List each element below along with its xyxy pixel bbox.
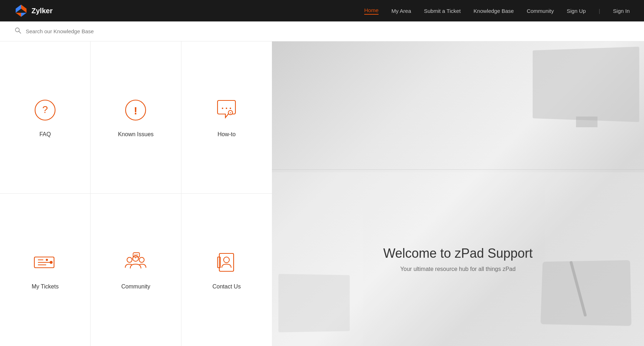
svg-point-27: [136, 254, 137, 255]
hero-title: Welcome to zPad Support: [383, 246, 533, 261]
known-issues-icon: !: [123, 98, 148, 124]
search-icon: [14, 27, 21, 36]
svg-point-31: [224, 257, 229, 263]
svg-point-16: [46, 259, 48, 261]
svg-point-22: [127, 257, 132, 262]
svg-marker-1: [16, 5, 21, 13]
nav-my-area[interactable]: My Area: [391, 8, 411, 14]
svg-point-20: [50, 261, 53, 264]
faq-cell[interactable]: ? FAQ: [0, 41, 91, 194]
svg-point-10: [222, 108, 223, 109]
logo-text: Zylker: [31, 7, 53, 15]
community-icon: [123, 250, 148, 276]
known-issues-cell[interactable]: ! Known Issues: [91, 41, 181, 194]
svg-marker-3: [21, 13, 26, 17]
left-panel: ? FAQ ! Known Issues: [0, 41, 272, 346]
nav-knowledge-base[interactable]: Knowledge Base: [474, 8, 514, 14]
nav-sign-up[interactable]: Sign Up: [567, 8, 586, 14]
contact-icon: [214, 250, 239, 276]
svg-point-12: [230, 108, 231, 109]
svg-point-26: [135, 254, 135, 255]
nav-sign-in[interactable]: Sign In: [613, 8, 630, 14]
faq-label: FAQ: [39, 131, 51, 138]
faq-icon: ?: [33, 98, 58, 124]
svg-marker-0: [21, 5, 26, 13]
svg-text:!: !: [134, 105, 137, 117]
nav-divider: |: [599, 8, 600, 14]
svg-text:?: ?: [230, 112, 231, 115]
hero-subtitle: Your ultimate resource hub for all thing…: [400, 266, 516, 272]
known-issues-label: Known Issues: [118, 131, 154, 138]
my-tickets-cell[interactable]: My Tickets: [0, 194, 91, 346]
nav-community[interactable]: Community: [527, 8, 554, 14]
svg-text:?: ?: [42, 104, 48, 115]
hero-text-block: Welcome to zPad Support Your ultimate re…: [272, 172, 644, 346]
nav-submit-ticket[interactable]: Submit a Ticket: [424, 8, 461, 14]
svg-point-23: [139, 257, 144, 262]
howto-cell[interactable]: ? How-to: [181, 41, 272, 194]
my-tickets-label: My Tickets: [31, 283, 59, 290]
svg-marker-2: [16, 13, 21, 17]
logo-icon: [14, 4, 28, 18]
svg-line-5: [19, 31, 21, 34]
hero-divider: [272, 169, 644, 170]
monitor-shape: [533, 46, 639, 122]
community-label: Community: [121, 283, 150, 290]
svg-point-11: [226, 108, 227, 109]
howto-label: How-to: [218, 131, 236, 138]
svg-point-28: [137, 254, 138, 255]
contact-us-cell[interactable]: Contact Us: [181, 194, 272, 346]
hero-panel: Welcome to zPad Support Your ultimate re…: [272, 41, 644, 346]
navbar: Zylker Home My Area Submit a Ticket Know…: [0, 0, 644, 21]
nav-links: Home My Area Submit a Ticket Knowledge B…: [364, 7, 630, 15]
nav-home[interactable]: Home: [364, 7, 379, 15]
logo[interactable]: Zylker: [14, 4, 53, 18]
howto-icon: ?: [214, 98, 239, 124]
search-input[interactable]: [26, 28, 169, 34]
community-cell[interactable]: Community: [91, 194, 181, 346]
tickets-icon: [33, 250, 58, 276]
contact-us-label: Contact Us: [213, 283, 241, 290]
search-bar: [0, 21, 644, 41]
monitor-stand: [576, 117, 597, 127]
main-layout: ? FAQ ! Known Issues: [0, 41, 644, 346]
